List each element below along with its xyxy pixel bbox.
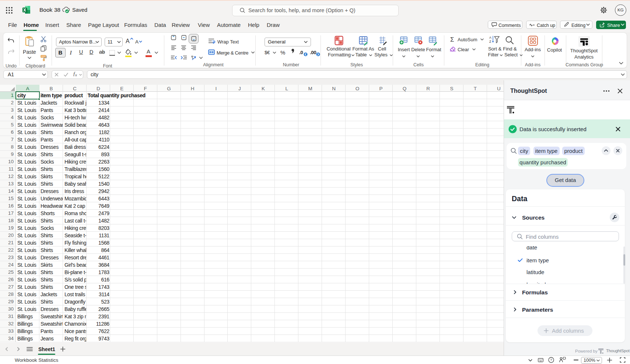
- svg-text:?: ?: [550, 358, 552, 362]
- svg-text:A: A: [489, 36, 491, 39]
- svg-text:Z: Z: [489, 40, 491, 43]
